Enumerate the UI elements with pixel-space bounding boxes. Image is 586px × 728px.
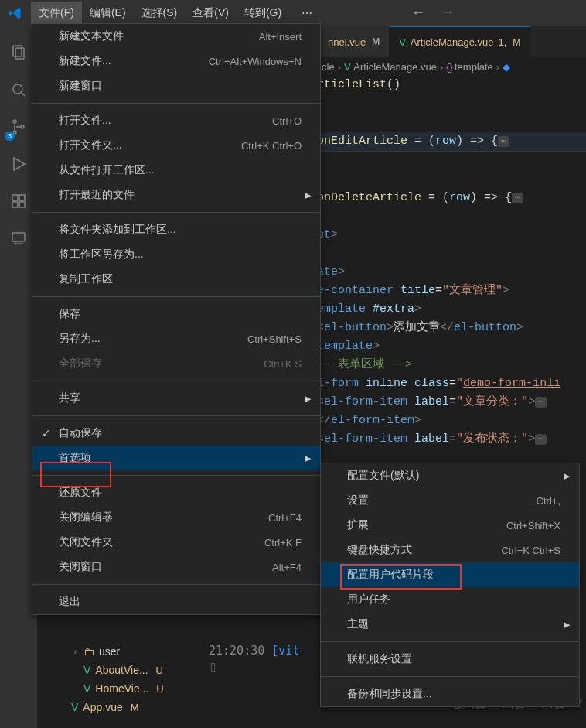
nav-forward-icon[interactable]: → [441,5,455,21]
file-tree[interactable]: ›🗀userVAboutVie...UVHomeVie...UVApp.vueM [45,642,164,716]
vue-icon: V [344,61,351,73]
tab-mod: M [372,36,380,47]
nav-back-icon[interactable]: ← [411,5,425,21]
tree-item-0[interactable]: ›🗀user [45,642,164,661]
menu-item-17[interactable]: 共享▶ [32,386,320,411]
menu-select[interactable]: 选择(S) [134,2,186,25]
menu-item-label: 保存 [59,307,80,321]
menu-separator [32,212,320,213]
menu-item-label: 将文件夹添加到工作区... [59,223,176,237]
menu-item-label: 用户任务 [347,593,390,607]
editor-tabs: nnel.vue M V ArticleManage.vue 1, M [319,26,586,57]
chevron-icon: › [70,647,80,656]
submenu-item-1[interactable]: 设置Ctrl+, [321,488,579,513]
menu-separator [32,584,320,585]
scm-status-badge: U [156,683,163,695]
menu-item-label: 打开最近的文件 [59,188,135,202]
tab-0[interactable]: nnel.vue M [319,26,390,57]
menu-file[interactable]: 文件(F) [31,2,82,25]
menu-separator [32,103,320,104]
menu-item-19[interactable]: ✓自动保存 [32,421,320,446]
submenu-item-2[interactable]: 扩展Ctrl+Shift+X [321,513,579,538]
vue-icon: V [399,36,406,48]
menu-item-9[interactable]: 将文件夹添加到工作区... [32,217,320,242]
menu-separator [32,381,320,381]
svg-rect-6 [12,195,18,200]
menu-goto[interactable]: 转到(G) [237,2,289,25]
tab-mod: M [513,37,520,48]
file-menu-dropdown: 新建文本文件Alt+Insert新建文件...Ctrl+Alt+Windows+… [32,23,321,615]
check-icon: ✓ [42,427,51,439]
menu-item-label: 配置用户代码片段 [347,568,434,582]
menu-item-27[interactable]: 退出 [32,590,320,614]
chevron-right-icon: ▶ [564,471,570,481]
tab-problems: 1, [499,36,507,48]
menu-item-0[interactable]: 新建文本文件Alt+Insert [32,24,320,49]
tree-item-3[interactable]: VApp.vueM [45,698,164,716]
menu-item-label: 还原文件 [59,486,102,500]
submenu-item-5[interactable]: 用户任务 [321,587,579,612]
chevron-right-icon: ▶ [305,190,311,200]
submenu-item-0[interactable]: 配置文件(默认)▶ [321,463,579,488]
menu-item-20[interactable]: 首选项▶ [32,446,320,470]
menu-item-15: 全部保存Ctrl+K S [32,351,320,376]
submenu-item-6[interactable]: 主题▶ [321,612,579,637]
menu-item-shortcut: Ctrl+K F [264,537,302,549]
tree-item-name: App.vue [83,701,122,713]
menu-item-10[interactable]: 将工作区另存为... [32,242,320,267]
submenu-item-8[interactable]: 联机服务设置 [321,647,579,672]
crumb[interactable]: template [455,61,493,73]
menu-edit[interactable]: 编辑(E) [82,2,134,25]
menu-item-label: 备份和同步设置... [347,687,432,701]
terminal-output: 21:20:30 [vit ▯ [209,644,299,674]
menu-item-label: 扩展 [347,518,369,532]
menu-item-label: 关闭文件夹 [59,535,113,549]
submenu-item-4[interactable]: 配置用户代码片段 [321,562,579,587]
menu-item-label: 联机服务设置 [347,652,412,666]
menu-item-label: 全部保存 [59,357,102,371]
menu-item-6[interactable]: 从文件打开工作区... [32,158,320,183]
menu-item-24[interactable]: 关闭文件夹Ctrl+K F [32,530,320,555]
menu-separator [32,415,320,416]
submenu-item-3[interactable]: 键盘快捷方式Ctrl+K Ctrl+S [321,538,579,562]
breadcrumb[interactable]: cle › V ArticleManage.vue › {} template … [319,57,586,76]
submenu-item-10[interactable]: 备份和同步设置... [321,682,579,706]
scm-status-badge: U [156,665,163,676]
menu-item-7[interactable]: 打开最近的文件▶ [32,183,320,207]
crumb[interactable]: ArticleManage.vue [353,61,437,73]
tree-item-name: AboutVie... [95,664,148,676]
menu-item-label: 从文件打开工作区... [59,163,155,177]
svg-rect-7 [19,195,25,200]
menu-item-14[interactable]: 另存为...Ctrl+Shift+S [32,326,320,351]
menu-item-2[interactable]: 新建窗口 [32,73,320,98]
tab-1[interactable]: V ArticleManage.vue 1, M [390,26,530,57]
menu-item-25[interactable]: 关闭窗口Alt+F4 [32,555,320,579]
menu-item-shortcut: Ctrl+O [272,115,302,127]
menu-item-1[interactable]: 新建文件...Ctrl+Alt+Windows+N [32,49,320,73]
menu-item-5[interactable]: 打开文件夹...Ctrl+K Ctrl+O [32,133,320,158]
menu-item-label: 主题 [347,617,369,631]
menu-item-label: 首选项 [59,451,91,465]
svg-point-2 [13,84,22,94]
menu-item-13[interactable]: 保存 [32,302,320,326]
crumb[interactable]: cle [322,61,335,73]
menubar: 文件(F) 编辑(E) 选择(S) 查看(V) 转到(G) ⋯ ← → [0,0,586,26]
tree-item-2[interactable]: VHomeVie...U [45,679,164,698]
menu-item-label: 关闭窗口 [59,560,102,574]
menu-item-label: 新建文件... [59,54,111,68]
menu-more[interactable]: ⋯ [294,2,320,24]
menu-item-label: 配置文件(默认) [347,469,419,483]
menu-item-label: 新建窗口 [59,79,102,93]
menu-item-23[interactable]: 关闭编辑器Ctrl+F4 [32,505,320,530]
tree-item-1[interactable]: VAboutVie...U [45,661,164,679]
menu-item-4[interactable]: 打开文件...Ctrl+O [32,108,320,133]
menu-item-label: 新建文本文件 [59,29,124,43]
chevron-right-icon: ▶ [305,394,311,404]
menu-item-shortcut: Alt+F4 [272,562,302,573]
tree-item-name: user [99,645,120,658]
menu-item-label: 另存为... [59,332,101,346]
menu-item-22[interactable]: 还原文件 [32,480,320,505]
nav-arrows: ← → [411,5,455,21]
menu-view[interactable]: 查看(V) [185,2,237,25]
menu-item-11[interactable]: 复制工作区 [32,267,320,292]
